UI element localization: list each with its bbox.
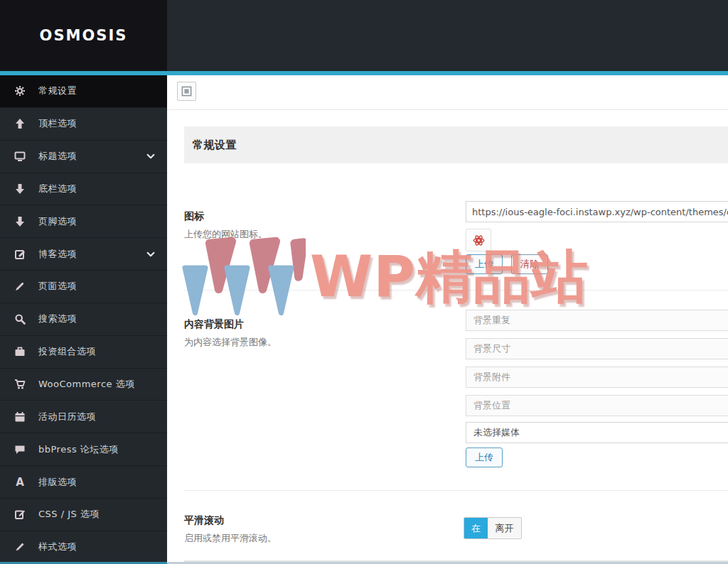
sidebar-item-label: 活动日历选项	[38, 411, 96, 423]
atom-flower-icon	[473, 234, 485, 246]
background-position-select[interactable]: 背景位置	[466, 395, 728, 416]
sidebar-item-label: 搜索选项	[38, 313, 77, 325]
briefcase-icon	[14, 346, 26, 357]
chevron-down-icon	[146, 151, 156, 161]
calendar-icon	[14, 411, 26, 423]
sidebar-item[interactable]: 搜索选项	[0, 303, 167, 336]
favicon-upload-button[interactable]: 上传	[466, 254, 503, 274]
sidebar-item-label: 页面选项	[38, 280, 77, 293]
sidebar-item[interactable]: 样式选项	[0, 531, 167, 564]
chevron-down-icon	[146, 249, 156, 259]
sidebar-item[interactable]: 底栏选项	[0, 173, 167, 206]
code-edit-icon	[14, 509, 26, 520]
arrow-down-icon	[14, 216, 26, 227]
search-icon	[14, 313, 26, 325]
background-repeat-select[interactable]: 背景重复	[466, 310, 728, 331]
sidebar-item[interactable]: bbPress 论坛选项	[0, 433, 167, 466]
sidebar-item-label: 底栏选项	[38, 183, 77, 195]
pencil-icon	[14, 281, 26, 292]
row-divider	[184, 490, 728, 491]
app-logo: OSMOSIS	[40, 27, 128, 44]
gears-icon	[14, 85, 26, 97]
sidebar-item[interactable]: 博客选项	[0, 238, 167, 271]
background-attachment-select[interactable]: 背景附件	[466, 367, 728, 388]
toggle-on-button[interactable]: 在	[464, 518, 488, 538]
sidebar-item-label: 顶栏选项	[38, 117, 77, 130]
sidebar-item[interactable]: 页脚选项	[0, 205, 167, 238]
comment-icon	[14, 444, 26, 455]
sidebar-item[interactable]: 标题选项	[0, 141, 167, 173]
sidebar-item[interactable]: CSS / JS 选项	[0, 499, 167, 531]
options-toolbar	[167, 75, 728, 110]
sidebar-item-label: 常规设置	[38, 85, 77, 97]
arrow-down-icon	[14, 183, 26, 195]
sidebar-item[interactable]: 投资组合选项	[0, 336, 167, 369]
sidebar-item-label: WooCommerce 选项	[38, 378, 135, 391]
sidebar-item[interactable]: 活动日历选项	[0, 401, 167, 433]
sidebar-item-label: 样式选项	[38, 541, 77, 553]
arrow-up-icon	[14, 118, 26, 129]
edit-square-icon	[14, 249, 26, 260]
favicon-field-label: 图标	[184, 210, 204, 223]
topbar: OSMOSIS	[0, 0, 728, 71]
toggle-off-button[interactable]: 离开	[488, 518, 521, 538]
background-size-select[interactable]: 背景尺寸	[466, 338, 728, 359]
smooth-scroll-field-description: 启用或禁用平滑滚动。	[184, 532, 277, 545]
sidebar-item[interactable]: 顶栏选项	[0, 108, 167, 141]
font-icon: A	[14, 477, 26, 488]
section-title: 常规设置	[193, 139, 237, 152]
content-bg-field-description: 为内容选择背景图像。	[184, 336, 277, 349]
favicon-remove-button[interactable]: 清除	[511, 254, 548, 274]
favicon-field-description: 上传您的网站图标。	[184, 228, 267, 241]
sidebar-item-label: 排版选项	[38, 476, 77, 489]
media-url-input[interactable]	[466, 422, 728, 443]
favicon-preview	[466, 229, 491, 251]
sidebar-item-label: 博客选项	[38, 248, 77, 261]
main-content: 常规设置 图标 上传您的网站图标。 上传 清除 内容背景图片 为内容选择背景图像…	[167, 75, 728, 564]
sidebar: 常规设置顶栏选项标题选项底栏选项页脚选项博客选项页面选项搜索选项投资组合选项Wo…	[0, 75, 167, 564]
content-bg-field-label: 内容背景图片	[184, 318, 244, 331]
theme-options-page: OSMOSIS 常规设置顶栏选项标题选项底栏选项页脚选项博客选项页面选项搜索选项…	[0, 0, 728, 564]
cart-icon	[14, 379, 26, 390]
logo-area: OSMOSIS	[0, 0, 167, 71]
sidebar-item-label: 标题选项	[38, 150, 77, 163]
desktop-icon	[14, 151, 26, 162]
collapse-panel-button[interactable]	[177, 82, 196, 101]
smooth-scroll-field-label: 平滑滚动	[184, 514, 224, 527]
row-divider	[184, 290, 728, 291]
section-header: 常规设置	[184, 126, 728, 163]
sidebar-item-label: 投资组合选项	[38, 345, 96, 358]
sidebar-item-label: 页脚选项	[38, 215, 77, 228]
sidebar-item[interactable]: WooCommerce 选项	[0, 369, 167, 401]
style-pencil-icon	[14, 541, 26, 553]
svg-text:A: A	[16, 477, 24, 488]
sidebar-item[interactable]: A排版选项	[0, 466, 167, 499]
sidebar-item[interactable]: 常规设置	[0, 75, 167, 108]
smooth-scroll-toggle: 在 离开	[464, 517, 522, 539]
favicon-url-input[interactable]	[466, 201, 728, 222]
sidebar-item-label: CSS / JS 选项	[38, 508, 100, 521]
nested-squares-icon	[181, 86, 192, 97]
background-upload-button[interactable]: 上传	[466, 448, 503, 467]
sidebar-item[interactable]: 页面选项	[0, 271, 167, 303]
sidebar-item-label: bbPress 论坛选项	[38, 443, 119, 456]
